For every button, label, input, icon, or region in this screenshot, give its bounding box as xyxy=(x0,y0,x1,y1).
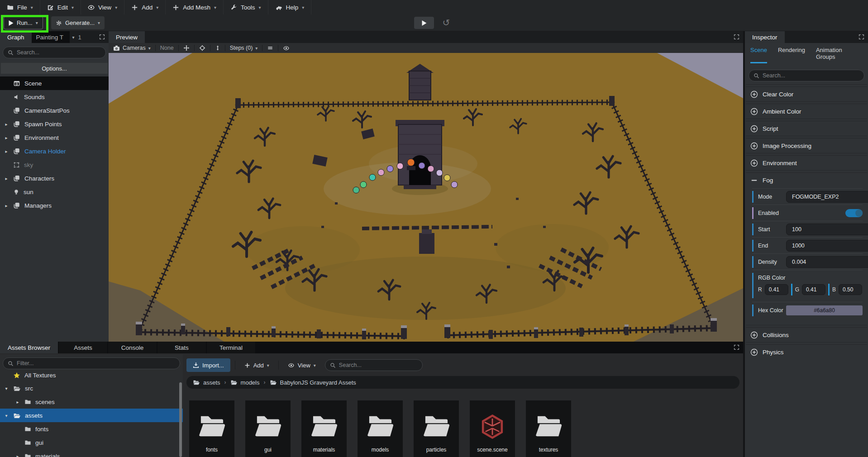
wireframe-button[interactable] xyxy=(262,43,278,53)
expand-arrow-icon[interactable]: ▸ xyxy=(4,176,9,181)
tree-item-spawn-points[interactable]: ▸ Spawn Points xyxy=(0,117,109,131)
inspector-search[interactable] xyxy=(749,70,864,81)
fog-end-input[interactable] xyxy=(786,240,868,252)
inspector-search-input[interactable] xyxy=(763,72,859,79)
tab-inspector[interactable]: Inspector xyxy=(745,31,785,43)
tab-assets-browser[interactable]: Assets Browser xyxy=(0,342,58,353)
collapse-arrow-icon[interactable]: ▾ xyxy=(4,386,9,391)
expand-arrow-icon[interactable]: ▸ xyxy=(15,454,20,457)
asset-folder-particles[interactable]: particles xyxy=(414,400,459,457)
menu-tools[interactable]: Tools▾ xyxy=(224,0,268,14)
breadcrumb-current-folder[interactable]: BabylonJS Graveyard Assets xyxy=(270,379,356,386)
tree-item-materials[interactable]: ▸ materials xyxy=(0,449,183,457)
tree-item-fonts[interactable]: fonts xyxy=(0,422,183,436)
tree-item-scenes[interactable]: ▸ scenes xyxy=(0,395,183,409)
assets-search[interactable] xyxy=(325,359,423,371)
tab-terminal[interactable]: Terminal xyxy=(207,342,255,353)
breadcrumb-assets[interactable]: assets xyxy=(193,379,220,386)
expand-arrow-icon[interactable]: ▸ xyxy=(4,149,9,154)
asset-folder-gui[interactable]: gui xyxy=(245,400,291,457)
preview-refresh-button[interactable]: ↺ xyxy=(439,16,453,29)
add-asset-button[interactable]: Add ▾ xyxy=(240,358,274,372)
preview-viewport[interactable] xyxy=(109,53,743,342)
tree-item-camera-holder[interactable]: ▸ Camera Holder xyxy=(0,144,109,158)
tab-preview[interactable]: Preview xyxy=(109,31,145,43)
visibility-button[interactable] xyxy=(278,43,294,53)
menu-add-mesh[interactable]: Add Mesh▾ xyxy=(166,0,224,14)
tree-item-assets[interactable]: ▾ assets xyxy=(0,409,183,422)
maximize-icon[interactable] xyxy=(734,34,739,40)
tab-console[interactable]: Console xyxy=(108,342,157,353)
gizmo-none-button[interactable]: None xyxy=(156,43,178,53)
maximize-icon[interactable] xyxy=(734,344,739,350)
view-options-button[interactable]: View ▾ xyxy=(283,358,320,372)
fog-enabled-toggle[interactable] xyxy=(845,209,863,217)
menu-view[interactable]: View▾ xyxy=(81,0,124,14)
breadcrumb-models[interactable]: models xyxy=(230,379,260,386)
generate-button[interactable]: Generate... ▾ xyxy=(51,16,105,29)
tab-graph[interactable]: Graph xyxy=(0,31,32,43)
tree-item-all-textures[interactable]: All Textures xyxy=(0,369,183,381)
tree-scrollbar[interactable] xyxy=(179,382,182,457)
assets-filter[interactable] xyxy=(3,357,180,369)
fog-mode-input[interactable] xyxy=(786,191,868,203)
menu-edit[interactable]: Edit▾ xyxy=(40,0,81,14)
move-gizmo-button[interactable] xyxy=(179,43,194,53)
inspector-tab-animation-groups[interactable]: Animation Groups xyxy=(816,47,863,63)
expand-arrow-icon[interactable]: ▸ xyxy=(15,400,20,405)
inspector-tab-scene[interactable]: Scene xyxy=(750,47,767,63)
preview-play-button[interactable] xyxy=(414,17,434,29)
tree-item-scene[interactable]: Scene xyxy=(0,76,109,90)
section-fog[interactable]: Fog xyxy=(745,173,868,187)
assets-filter-input[interactable] xyxy=(17,360,175,367)
expand-arrow-icon[interactable]: ▸ xyxy=(4,203,9,208)
maximize-icon[interactable] xyxy=(858,34,864,40)
tree-item-sky[interactable]: sky xyxy=(0,158,109,171)
assets-search-input[interactable] xyxy=(339,362,418,368)
tree-item-sounds[interactable]: Sounds xyxy=(0,90,109,104)
section-ambient-color[interactable]: Ambient Color xyxy=(745,104,868,119)
tree-item-managers[interactable]: ▸ Managers xyxy=(0,199,109,212)
fog-g-input[interactable] xyxy=(802,284,825,295)
inspector-tab-rendering[interactable]: Rendering xyxy=(778,47,805,63)
steps-dropdown[interactable]: Steps (0) ▾ xyxy=(225,43,262,53)
rotate-gizmo-button[interactable] xyxy=(195,43,210,53)
asset-scene-file[interactable]: scene.scene xyxy=(470,400,515,457)
import-button[interactable]: Import... xyxy=(186,358,230,372)
section-image-processing[interactable]: Image Processing xyxy=(745,138,868,153)
menu-add[interactable]: Add▾ xyxy=(124,0,166,14)
fog-hex-swatch[interactable]: #6a6a80 xyxy=(786,305,863,315)
tab-stats[interactable]: Stats xyxy=(157,342,206,353)
asset-folder-materials[interactable]: materials xyxy=(301,400,347,457)
section-collisions[interactable]: Collisions xyxy=(745,328,868,342)
asset-folder-textures[interactable]: textures xyxy=(526,400,571,457)
fog-start-input[interactable] xyxy=(786,224,868,235)
tab-painting-tools[interactable]: Painting T xyxy=(32,31,70,43)
tab-assets[interactable]: Assets xyxy=(59,342,107,353)
menu-file[interactable]: File▾ xyxy=(0,0,40,14)
graph-search[interactable] xyxy=(3,47,106,58)
tree-item-characters[interactable]: ▸ Characters xyxy=(0,171,109,185)
section-physics[interactable]: Physics xyxy=(745,345,868,359)
run-button[interactable]: Run... ▾ xyxy=(4,16,43,29)
tree-item-environment[interactable]: ▸ Environment xyxy=(0,131,109,144)
fog-r-input[interactable] xyxy=(765,284,788,295)
section-environment[interactable]: Environment xyxy=(745,156,868,170)
expand-arrow-icon[interactable]: ▸ xyxy=(4,135,9,140)
tree-item-sun[interactable]: sun xyxy=(0,185,109,199)
chevron-down-icon[interactable]: ▾ xyxy=(72,35,75,40)
scale-gizmo-button[interactable] xyxy=(210,43,225,53)
options-button[interactable]: Options... xyxy=(1,63,108,74)
graph-search-input[interactable] xyxy=(17,49,101,56)
maximize-icon[interactable] xyxy=(99,34,105,40)
asset-folder-models[interactable]: models xyxy=(358,400,403,457)
fog-b-input[interactable] xyxy=(839,284,862,295)
tree-item-gui[interactable]: gui xyxy=(0,436,183,449)
tree-item-camerastartpos[interactable]: CameraStartPos xyxy=(0,104,109,117)
tree-item-src[interactable]: ▾ src xyxy=(0,381,183,395)
section-script[interactable]: Script xyxy=(745,121,868,136)
expand-arrow-icon[interactable]: ▸ xyxy=(4,122,9,127)
menu-help[interactable]: Help▾ xyxy=(268,0,312,14)
collapse-arrow-icon[interactable]: ▾ xyxy=(4,413,9,418)
section-clear-color[interactable]: Clear Color xyxy=(745,87,868,101)
